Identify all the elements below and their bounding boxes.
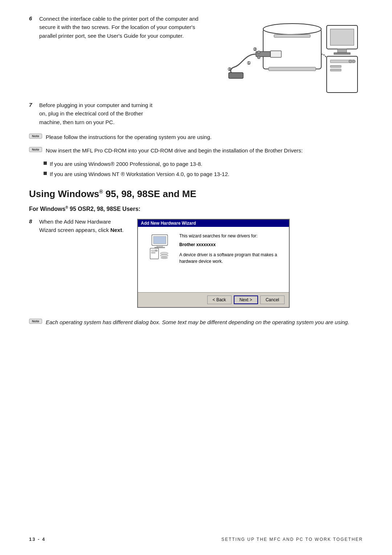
- step-6-number: 6: [29, 15, 39, 21]
- wizard-next-button[interactable]: Next >: [234, 295, 258, 304]
- svg-rect-23: [154, 236, 166, 244]
- footer-text: SETTING UP THE MFC AND PC TO WORK TOGETH…: [221, 537, 363, 542]
- svg-rect-3: [269, 67, 316, 71]
- step-8-block: 8 When the Add New Hardware Wizard scree…: [29, 217, 363, 308]
- svg-point-1: [263, 24, 321, 34]
- page-footer: 13 - 4 SETTING UP THE MFC AND PC TO WORK…: [29, 536, 363, 542]
- svg-point-8: [257, 56, 260, 59]
- svg-point-21: [352, 60, 355, 63]
- step-6-image: ② ① ②: [225, 15, 363, 94]
- wizard-title-bar: Add New Hardware Wizard: [138, 220, 289, 227]
- svg-point-30: [160, 252, 168, 254]
- wizard-body: This wizard searches for new drivers for…: [138, 227, 289, 292]
- step-6-content: Connect the interface cable to the print…: [39, 15, 363, 94]
- bullet-1-text: If you are using Windows® 2000 Professio…: [50, 160, 202, 168]
- step-8-content: When the Add New Hardware Wizard screen …: [39, 217, 363, 308]
- svg-rect-18: [330, 65, 341, 68]
- svg-rect-28: [151, 252, 155, 253]
- note-2-icon: Note: [29, 147, 42, 152]
- svg-rect-4: [270, 51, 281, 57]
- wizard-text-area: This wizard searches for new drivers for…: [179, 233, 282, 286]
- note-3-text: Each operating system has different dial…: [46, 318, 363, 326]
- printer-cable-illustration: ② ① ②: [227, 15, 361, 94]
- step-7-text: Before plugging in your computer and tur…: [39, 101, 155, 126]
- svg-point-31: [160, 254, 168, 257]
- wizard-back-button[interactable]: < Back: [207, 295, 232, 304]
- svg-rect-13: [330, 29, 354, 45]
- wizard-device-name: Brother xxxxxxxx: [179, 241, 282, 248]
- note-1-block: Note Please follow the instructions for …: [29, 133, 363, 141]
- wizard-hardware-icon: [145, 233, 174, 286]
- wizard-title: Add New Hardware Wizard: [141, 221, 196, 226]
- section-heading: Using Windows® 95, 98, 98SE and ME: [29, 188, 363, 200]
- page: 6 Connect the interface cable to the pri…: [0, 0, 392, 555]
- svg-rect-6: [229, 73, 243, 78]
- svg-rect-15: [334, 53, 350, 54]
- note-1-text: Please follow the instructions for the o…: [46, 133, 363, 141]
- bullet-item-2: If you are using Windows NT ® Workstatio…: [44, 170, 363, 178]
- note-2-content: Now insert the MFL Pro CD-ROM into your …: [46, 146, 363, 155]
- bullet-list: If you are using Windows® 2000 Professio…: [44, 160, 363, 178]
- svg-rect-19: [330, 69, 341, 71]
- footer-page-number: 13 - 4: [29, 536, 45, 542]
- step-7-content: Before plugging in your computer and tur…: [39, 101, 363, 126]
- svg-rect-25: [155, 247, 165, 248]
- svg-rect-2: [274, 34, 310, 37]
- wizard-dialog: Add New Hardware Wizard: [137, 219, 290, 308]
- step-7-number: 7: [29, 101, 39, 108]
- svg-text:②: ②: [228, 67, 232, 72]
- svg-rect-14: [338, 49, 347, 53]
- bullet-item-1: If you are using Windows® 2000 Professio…: [44, 160, 363, 168]
- step-6-text: Connect the interface cable to the print…: [39, 15, 214, 40]
- bullet-2-icon: [44, 172, 47, 175]
- note-2-text: Now insert the MFL Pro CD-ROM into your …: [46, 146, 363, 155]
- svg-point-29: [155, 250, 157, 252]
- step-8-text: When the Add New Hardware Wizard screen …: [39, 217, 126, 234]
- svg-text:②: ②: [253, 47, 257, 52]
- note-3-block: Note Each operating system has different…: [29, 318, 363, 326]
- bullet-2-text: If you are using Windows NT ® Workstatio…: [50, 170, 229, 178]
- hardware-svg: [147, 234, 172, 260]
- bullet-1-icon: [44, 162, 47, 165]
- svg-text:①: ①: [247, 61, 251, 66]
- wizard-footer: < Back Next > Cancel: [138, 292, 289, 307]
- svg-point-32: [161, 257, 168, 259]
- step-7-block: 7 Before plugging in your computer and t…: [29, 101, 363, 126]
- step-8-number: 8: [29, 217, 39, 224]
- step-6-block: 6 Connect the interface cable to the pri…: [29, 15, 363, 94]
- note-1-icon: Note: [29, 134, 42, 139]
- note-3-icon: Note: [29, 319, 42, 324]
- wizard-cancel-button[interactable]: Cancel: [260, 295, 285, 304]
- wizard-description: A device driver is a software program th…: [179, 252, 282, 265]
- subheading: For Windows® 95 OSR2, 98, 98SE Users:: [29, 205, 363, 212]
- svg-point-7: [257, 51, 260, 54]
- wizard-intro: This wizard searches for new drivers for…: [179, 233, 282, 239]
- note-2-block: Note Now insert the MFL Pro CD-ROM into …: [29, 146, 363, 155]
- svg-point-20: [349, 60, 352, 63]
- svg-rect-24: [157, 245, 163, 247]
